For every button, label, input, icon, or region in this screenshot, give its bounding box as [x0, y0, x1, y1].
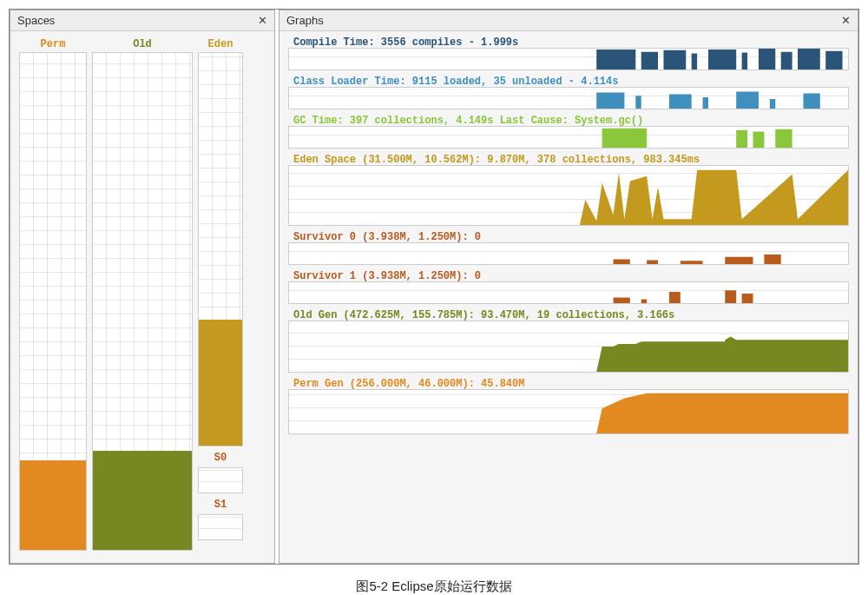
spaces-title: Spaces	[17, 14, 55, 27]
space-perm-fill	[20, 460, 86, 550]
app-root: Spaces ✕ Perm Old Eden S0	[9, 9, 859, 565]
space-s1-bar[interactable]	[198, 514, 243, 540]
graph-perm-gen-title: Perm Gen (256.000M, 46.000M): 45.840M	[288, 378, 849, 390]
space-s0-label: S0	[214, 452, 227, 464]
space-eden-label: Eden	[208, 38, 233, 50]
graph-survivor0-svg	[289, 243, 848, 264]
graph-compile-svg	[289, 49, 848, 69]
graph-eden-space-title: Eden Space (31.500M, 10.562M): 9.870M, 3…	[288, 154, 849, 166]
graph-perm-gen-svg	[289, 390, 848, 433]
graph-survivor1-svg	[289, 282, 848, 303]
graph-compile-chart[interactable]	[288, 48, 849, 70]
graph-compile-title: Compile Time: 3556 compiles - 1.999s	[288, 36, 849, 49]
graphs-body: Compile Time: 3556 compiles - 1.999s Cla…	[279, 31, 858, 563]
space-s1-label: S1	[214, 499, 227, 511]
graphs-header: Graphs ✕	[279, 10, 858, 31]
graph-survivor0-chart[interactable]	[288, 242, 849, 265]
graph-gc-time-svg	[289, 127, 848, 148]
graph-perm-gen-chart[interactable]	[288, 389, 849, 434]
graph-old-gen-chart[interactable]	[288, 321, 849, 373]
space-old: Old	[92, 38, 193, 556]
graphs-panel: Graphs ✕ Compile Time: 3556 compiles - 1…	[279, 10, 858, 564]
graph-perm-gen: Perm Gen (256.000M, 46.000M): 45.840M	[288, 378, 849, 434]
spaces-body: Perm Old Eden S0 S1	[10, 31, 274, 563]
space-perm-label: Perm	[41, 38, 66, 50]
graph-old-gen: Old Gen (472.625M, 155.785M): 93.470M, 1…	[288, 309, 849, 373]
space-perm-bar[interactable]	[19, 52, 87, 551]
graphs-title: Graphs	[286, 14, 324, 27]
spaces-header: Spaces ✕	[10, 10, 274, 31]
graph-old-gen-title: Old Gen (472.625M, 155.785M): 93.470M, 1…	[288, 309, 849, 321]
graph-class-loader: Class Loader Time: 9115 loaded, 35 unloa…	[288, 76, 849, 109]
space-perm: Perm	[19, 38, 87, 556]
graph-gc-time-title: GC Time: 397 collections, 4.149s Last Ca…	[288, 115, 849, 127]
graph-class-loader-title: Class Loader Time: 9115 loaded, 35 unloa…	[288, 76, 849, 88]
graph-gc-time-chart[interactable]	[288, 126, 849, 149]
space-eden-bar[interactable]	[198, 52, 243, 446]
graph-survivor0: Survivor 0 (3.938M, 1.250M): 0	[288, 231, 849, 265]
graph-eden-space-chart[interactable]	[288, 165, 849, 226]
graph-survivor1: Survivor 1 (3.938M, 1.250M): 0	[288, 270, 849, 304]
space-s0-bar[interactable]	[198, 467, 243, 493]
close-icon[interactable]: ✕	[841, 14, 851, 27]
graph-survivor1-chart[interactable]	[288, 281, 849, 304]
figure-caption: 图5-2 Eclipse原始运行数据	[9, 578, 859, 595]
space-old-fill	[93, 451, 192, 550]
graph-old-gen-svg	[289, 321, 848, 372]
graph-class-loader-svg	[289, 88, 848, 109]
graph-survivor1-title: Survivor 1 (3.938M, 1.250M): 0	[288, 270, 849, 282]
space-old-label: Old	[133, 38, 152, 50]
graph-survivor0-title: Survivor 0 (3.938M, 1.250M): 0	[288, 231, 849, 243]
graph-eden-space-svg	[289, 166, 848, 225]
spaces-panel: Spaces ✕ Perm Old Eden S0	[10, 10, 275, 564]
space-eden: Eden S0 S1	[198, 38, 243, 556]
graph-gc-time: GC Time: 397 collections, 4.149s Last Ca…	[288, 115, 849, 149]
space-eden-fill	[199, 320, 242, 446]
space-old-bar[interactable]	[92, 52, 193, 551]
close-icon[interactable]: ✕	[258, 14, 267, 27]
graph-class-loader-chart[interactable]	[288, 87, 849, 109]
graph-compile: Compile Time: 3556 compiles - 1.999s	[288, 36, 849, 70]
graph-eden-space: Eden Space (31.500M, 10.562M): 9.870M, 3…	[288, 154, 849, 226]
